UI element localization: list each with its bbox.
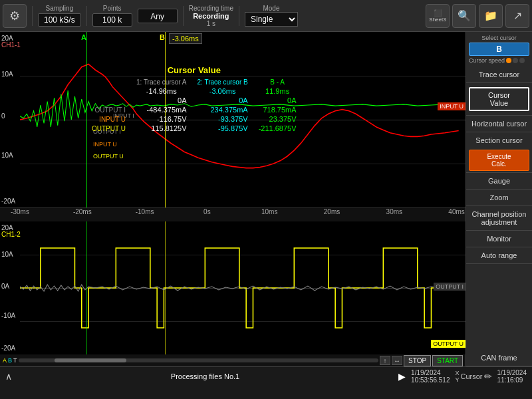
nav-buttons: ↑ ↔ [380, 356, 402, 365]
input-u-label-chart: INPUT U [93, 141, 117, 148]
processing-label: Processing files [171, 372, 222, 380]
cursor-icon: ↗ [513, 9, 522, 22]
cursor-title: Cursor Value [86, 65, 302, 75]
cursor-row-b-1: 234.375mA [192, 105, 253, 114]
sheet-icon: ⬛ [434, 9, 442, 17]
y-10-label: 10A [1, 70, 13, 78]
filter-value[interactable]: Any [138, 9, 178, 23]
gear-icon: ⚙ [9, 9, 20, 23]
speed-slow-dot2 [519, 58, 525, 63]
cursor-row-ba-2: 23.375V [253, 114, 302, 124]
input-u-overlay: INPUT U [438, 102, 466, 110]
recording-time-value: 1 s [207, 20, 215, 27]
speed-fast-dot [506, 58, 511, 63]
cursor-delta-time: 11.9ms [253, 86, 302, 96]
cursor-row-1: OUTPUT I-484.375mA234.375mA718.75mA [86, 105, 302, 114]
separator2 [86, 6, 87, 26]
chart2: 20A CH1-2 10A 0A -10A -20A OUTPUT I OUTP… [0, 221, 466, 354]
cursor-row-label-0 [86, 96, 131, 105]
recording-time-label: Recording time [189, 5, 233, 12]
prev-button[interactable]: ∧ [5, 371, 12, 382]
cursor-row-label-2: INPUT U [86, 114, 131, 124]
ch2-label: CH1-2 [1, 231, 21, 238]
tick-10ms: 10ms [261, 208, 277, 215]
play-icon[interactable]: ▶ [398, 371, 406, 382]
charts-area: 20A CH1-1 10A 0 10A -20A A B -3.06ms INP… [0, 32, 466, 366]
execute-calc-button[interactable]: ExecuteCalc. [469, 150, 529, 171]
mode-select[interactable]: Single Repeat N times [245, 12, 298, 27]
channel-position-item[interactable]: Channel position adjustment [466, 206, 532, 231]
cursor-value-table: Cursor Value 1: Trace cursor A 2: Trace … [86, 65, 302, 133]
right-panel: Select cursor B Cursor speed Trace curso… [466, 32, 532, 366]
output-u-right-label: OUTPUT U [431, 340, 466, 348]
zoom-item[interactable]: Zoom [466, 190, 532, 206]
xy-label: XY [455, 370, 459, 383]
ch1-label: CH1-1 [1, 41, 21, 49]
cursor-row-b-2: -93.375V [192, 114, 253, 124]
cursor-row-label-1: OUTPUT I [86, 105, 131, 114]
cursor-row-ba-0: 0A [253, 96, 302, 105]
main-area: 20A CH1-1 10A 0 10A -20A A B -3.06ms INP… [0, 32, 532, 366]
stop-button[interactable]: STOP [404, 355, 431, 366]
folder-button[interactable]: 📁 [479, 4, 503, 28]
tick--20ms: -20ms [73, 208, 92, 215]
cursor-a-line-ch2 [86, 221, 87, 354]
cursor-value-container: CursorValue [466, 83, 532, 116]
search-button[interactable]: 🔍 [452, 4, 476, 28]
speed-slow-dot [513, 58, 518, 63]
cursor-row-a-3: 115.8125V [131, 124, 192, 133]
y-0-label: 0 [1, 112, 5, 120]
cursor-value-button[interactable]: CursorValue [469, 87, 529, 111]
sheet-label: Sheet3 [429, 17, 446, 23]
points-value: 100 k [92, 13, 132, 27]
processing-info: Processing files No.1 [17, 372, 393, 380]
scroll-right-btn[interactable]: ↔ [392, 356, 402, 365]
time-axis: -30ms -20ms -10ms 0s 10ms 20ms 30ms 40ms [0, 208, 466, 221]
cursor-speed-row: Cursor speed [469, 57, 529, 64]
right-top-area: Select cursor B Cursor speed [466, 32, 532, 66]
scroll-track[interactable] [19, 358, 379, 362]
separator3 [183, 6, 184, 26]
status-time: 1/19/202411:16:09 [497, 369, 527, 384]
status-bar: ∧ Processing files No.1 ▶ 1/19/202410:53… [0, 366, 532, 385]
col-b-header: 2: Trace cursor B [192, 78, 253, 86]
ch2-y-min: -20A [1, 344, 15, 352]
cursor-row-a-1: -484.375mA [131, 105, 192, 114]
cursor-a-time: -14.96ms [131, 86, 192, 96]
cursor-a-toplabel: A [81, 33, 86, 41]
horizontal-cursor-item[interactable]: Horizontal cursor [466, 116, 532, 132]
tick--10ms: -10ms [136, 208, 154, 215]
top-toolbar: ⚙ Sampling 100 kS/s Points 100 k Any Rec… [0, 0, 532, 32]
tick-0s: 0s [203, 208, 211, 215]
separator4 [239, 6, 239, 26]
cursor-b-time: -3.06ms [192, 86, 253, 96]
cursor-b-line-ch2 [165, 221, 166, 354]
scroll-thumb [55, 358, 126, 362]
scroll-area: A B T ↑ ↔ STOP START [0, 354, 466, 366]
pencil-icon: ✏ [484, 371, 492, 382]
select-cursor-button[interactable]: B [469, 43, 529, 56]
settings-button[interactable]: ⚙ [3, 4, 27, 28]
ch2-y-0: 0A [1, 283, 9, 290]
cursor-row-b-0: 0A [192, 96, 253, 105]
ch2-y-10: 10A [1, 251, 13, 258]
monitor-item[interactable]: Monitor [466, 231, 532, 247]
points-label: Points [103, 5, 122, 12]
section-cursor-item[interactable]: Section cursor [466, 132, 532, 148]
auto-range-item[interactable]: Auto range [466, 247, 532, 264]
cursor-tool-button[interactable]: ↗ [505, 4, 529, 28]
scroll-b-label: B [8, 357, 12, 364]
cursor-row-a-0: 0A [131, 96, 192, 105]
scroll-a-label: A [3, 357, 7, 364]
points-group: Points 100 k [92, 5, 132, 27]
col-a-header: 1: Trace cursor A [131, 78, 192, 86]
sampling-value: 100 kS/s [38, 13, 81, 27]
start-button[interactable]: START [432, 355, 463, 366]
gauge-item[interactable]: Gauge [466, 173, 532, 190]
can-frame-item[interactable]: CAN frame [466, 350, 532, 366]
cursor-label: Cursor [460, 372, 482, 380]
scroll-up-btn[interactable]: ↑ [380, 356, 390, 365]
cursor-row-a-2: -116.75V [131, 114, 192, 124]
trace-cursor-item[interactable]: Trace cursor [466, 66, 532, 83]
sheet-button[interactable]: ⬛ Sheet3 [426, 4, 450, 28]
